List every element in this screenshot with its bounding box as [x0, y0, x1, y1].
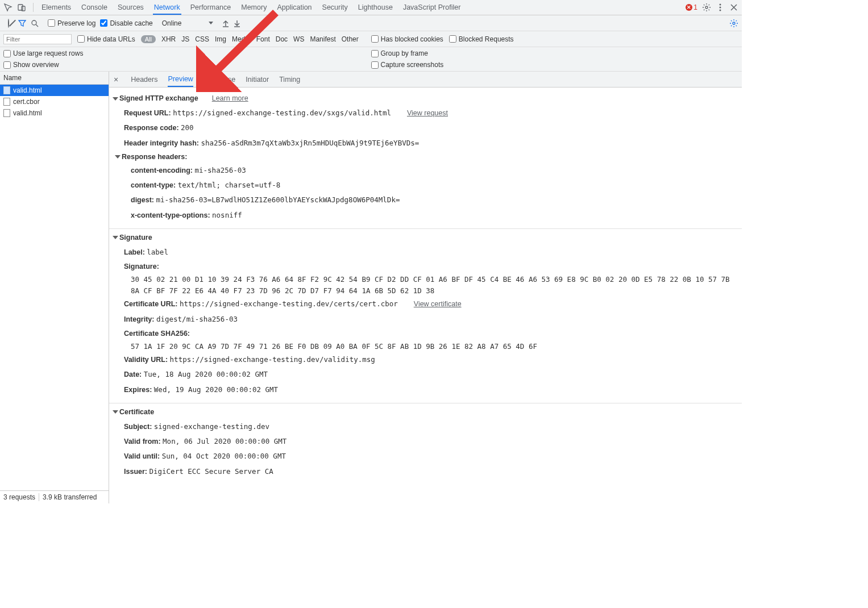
tab-initiator[interactable]: Initiator	[246, 73, 269, 86]
label: Certificate SHA256:	[124, 330, 190, 338]
download-icon[interactable]	[234, 19, 240, 27]
tab-jsprofiler[interactable]: JavaScript Profiler	[402, 1, 462, 15]
tab-timing[interactable]: Timing	[279, 73, 300, 86]
name-column-header[interactable]: Name	[0, 72, 109, 85]
large-rows-checkbox[interactable]: Use large request rows	[3, 49, 371, 57]
filter-type-media[interactable]: Media	[232, 35, 251, 43]
upload-icon[interactable]	[222, 19, 229, 27]
tab-console[interactable]: Console	[80, 1, 109, 15]
blocked-requests-label: Blocked Requests	[459, 35, 514, 43]
inspect-icon[interactable]	[3, 3, 13, 12]
transferred-size: 3.9 kB transferred	[43, 493, 97, 501]
signature-hex: 30 45 02 21 00 D1 10 39 24 F3 76 A6 64 8…	[114, 274, 737, 297]
status-bar: 3 requests 3.9 kB transferred	[0, 490, 109, 503]
sxg-section: Signed HTTP exchangeLearn more Request U…	[109, 90, 742, 229]
detail-body: Signed HTTP exchangeLearn more Request U…	[109, 88, 742, 503]
view-request-link[interactable]: View request	[407, 109, 448, 117]
tab-sources[interactable]: Sources	[117, 1, 145, 15]
disable-cache-checkbox[interactable]: Disable cache	[100, 19, 152, 27]
detail-tabs: × Headers Preview Response Initiator Tim…	[109, 72, 742, 88]
label: Subject:	[124, 423, 152, 431]
blocked-requests-checkbox[interactable]: Blocked Requests	[449, 35, 514, 43]
disclosure-triangle-icon[interactable]	[113, 236, 118, 239]
throttling-select[interactable]: Online	[162, 19, 214, 27]
large-rows-label: Use large request rows	[13, 49, 83, 57]
value: Tue, 18 Aug 2020 00:00:02 GMT	[144, 370, 268, 378]
filter-type-xhr[interactable]: XHR	[161, 35, 176, 43]
tab-headers[interactable]: Headers	[131, 73, 157, 86]
filter-type-js[interactable]: JS	[181, 35, 189, 43]
tab-response[interactable]: Response	[203, 73, 235, 86]
capture-screenshots-checkbox[interactable]: Capture screenshots	[371, 61, 739, 69]
filter-type-css[interactable]: CSS	[195, 35, 209, 43]
group-frame-checkbox[interactable]: Group by frame	[371, 49, 739, 57]
device-toggle-icon[interactable]	[17, 3, 26, 12]
filter-type-font[interactable]: Font	[256, 35, 270, 43]
filter-type-img[interactable]: Img	[215, 35, 226, 43]
label: Certificate URL:	[124, 300, 177, 308]
label: content-encoding:	[131, 166, 193, 174]
learn-more-link[interactable]: Learn more	[212, 94, 248, 102]
gear-icon[interactable]	[702, 3, 711, 12]
tab-security[interactable]: Security	[321, 1, 349, 15]
disclosure-triangle-icon[interactable]	[113, 97, 118, 101]
request-row[interactable]: valid.html	[0, 107, 109, 119]
error-count[interactable]: ✕1	[686, 3, 697, 11]
filter-input[interactable]	[3, 34, 72, 44]
label: Label:	[124, 248, 145, 256]
filter-type-manifest[interactable]: Manifest	[310, 35, 335, 43]
sha-hex: 57 1A 1F 20 9C CA A9 7D 7F 49 71 26 BE F…	[114, 341, 737, 352]
svg-point-5	[720, 7, 721, 9]
disclosure-triangle-icon[interactable]	[115, 155, 121, 159]
devtools-main-toolbar: Elements Console Sources Network Perform…	[0, 0, 742, 15]
close-detail-button[interactable]: ×	[114, 75, 118, 84]
kebab-icon[interactable]	[716, 3, 725, 12]
chevron-down-icon	[209, 22, 213, 24]
filter-type-ws[interactable]: WS	[293, 35, 304, 43]
has-blocked-cookies-checkbox[interactable]: Has blocked cookies	[371, 35, 443, 43]
close-icon[interactable]	[729, 3, 738, 12]
filter-type-doc[interactable]: Doc	[276, 35, 288, 43]
error-count-label: 1	[693, 3, 697, 11]
tab-elements[interactable]: Elements	[40, 1, 72, 15]
tab-lighthouse[interactable]: Lighthouse	[357, 1, 394, 15]
tab-preview[interactable]: Preview	[168, 72, 193, 87]
svg-rect-1	[18, 5, 23, 10]
filter-type-other[interactable]: Other	[342, 35, 359, 43]
view-certificate-link[interactable]: View certificate	[414, 300, 462, 308]
search-icon[interactable]	[31, 19, 39, 27]
tab-network[interactable]: Network	[153, 1, 181, 15]
request-row[interactable]: cert.cbor	[0, 96, 109, 107]
value: nosniff	[212, 211, 242, 219]
network-settings-icon[interactable]	[729, 19, 738, 28]
preserve-log-label: Preserve log	[57, 19, 95, 27]
request-list: valid.html cert.cbor valid.html	[0, 85, 109, 490]
value: 200	[181, 123, 194, 132]
tab-application[interactable]: Application	[276, 1, 313, 15]
value: digest/mi-sha256-03	[156, 315, 238, 323]
request-name: cert.cbor	[13, 98, 40, 106]
svg-point-8	[733, 22, 735, 24]
show-overview-checkbox[interactable]: Show overview	[3, 61, 371, 69]
certificate-section: Certificate Subject: signed-exchange-tes…	[109, 403, 742, 485]
value: mi-sha256-03	[195, 166, 246, 174]
tab-memory[interactable]: Memory	[240, 1, 268, 15]
section-title: Signed HTTP exchange	[119, 94, 198, 102]
preserve-log-checkbox[interactable]: Preserve log	[48, 19, 95, 27]
has-blocked-cookies-label: Has blocked cookies	[381, 35, 443, 43]
label: Integrity:	[124, 315, 154, 323]
filter-toggle-icon[interactable]	[18, 19, 26, 27]
tab-performance[interactable]: Performance	[189, 1, 232, 15]
filter-all-pill[interactable]: All	[141, 35, 156, 43]
label: Signature:	[124, 263, 159, 270]
request-row[interactable]: valid.html	[0, 85, 109, 96]
label: Valid until:	[124, 452, 160, 460]
document-icon	[3, 86, 10, 94]
group-frame-label: Group by frame	[381, 49, 428, 57]
main-tabs: Elements Console Sources Network Perform…	[40, 1, 681, 15]
request-count: 3 requests	[3, 493, 35, 501]
hide-data-urls-checkbox[interactable]: Hide data URLs	[77, 35, 135, 43]
disclosure-triangle-icon[interactable]	[113, 410, 118, 414]
value: DigiCert ECC Secure Server CA	[149, 467, 273, 476]
clear-button[interactable]	[8, 19, 9, 27]
